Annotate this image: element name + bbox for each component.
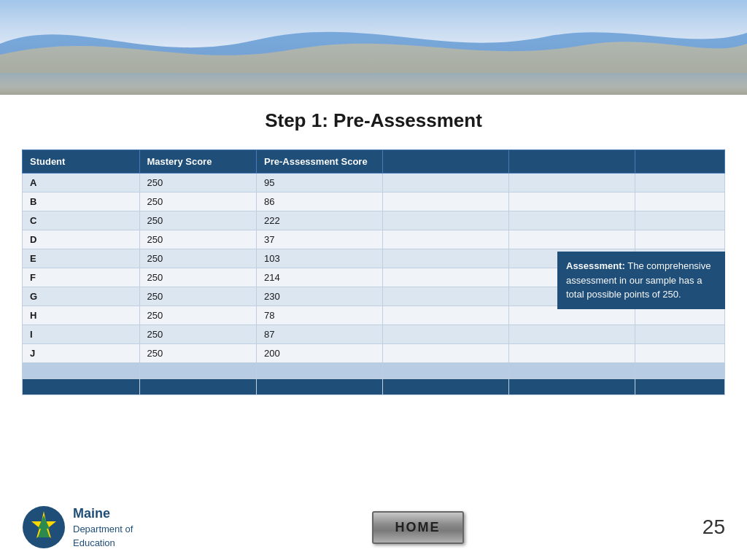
maine-label: Maine (73, 505, 133, 523)
extra3-a (635, 174, 724, 192)
student-j: J (23, 344, 140, 363)
student-i: I (23, 325, 140, 344)
maine-logo-area: Maine Department of Education (22, 505, 133, 550)
table-row: I 250 87 (23, 325, 725, 344)
mastery-e: 250 (139, 249, 257, 268)
col-header-mastery: Mastery Score (139, 150, 257, 174)
table-row: D 250 37 (23, 230, 725, 249)
pre-d: 37 (257, 230, 383, 249)
extra2-a (508, 174, 635, 192)
mastery-i: 250 (139, 325, 257, 344)
student-f: F (23, 268, 140, 287)
extra3-j (635, 344, 724, 363)
footer: Maine Department of Education HOME 25 (0, 494, 747, 560)
svg-rect-1 (0, 73, 747, 95)
col-header-student: Student (23, 150, 140, 174)
mastery-a: 250 (139, 174, 257, 192)
header-wave (0, 0, 747, 95)
pre-g: 230 (257, 287, 383, 306)
pre-j: 200 (257, 344, 383, 363)
pre-h: 78 (257, 306, 383, 325)
extra2-d (508, 230, 635, 249)
student-b: B (23, 192, 140, 211)
extra1-j (382, 344, 508, 363)
pre-f: 214 (257, 268, 383, 287)
student-h: H (23, 306, 140, 325)
maine-logo-text: Maine Department of Education (73, 505, 133, 550)
col-header-4 (382, 150, 508, 174)
mastery-c: 250 (139, 211, 257, 230)
col-header-5 (508, 150, 635, 174)
student-e: E (23, 249, 140, 268)
student-d: D (23, 230, 140, 249)
student-c: C (23, 211, 140, 230)
table-row-empty2 (23, 379, 725, 395)
table-row: C 250 222 (23, 211, 725, 230)
pre-a: 95 (257, 174, 383, 192)
pre-i: 87 (257, 325, 383, 344)
mastery-f: 250 (139, 268, 257, 287)
mastery-g: 250 (139, 287, 257, 306)
mastery-j: 250 (139, 344, 257, 363)
mastery-d: 250 (139, 230, 257, 249)
mastery-b: 250 (139, 192, 257, 211)
home-button[interactable]: HOME (372, 511, 464, 544)
page-number: 25 (703, 516, 725, 539)
assessment-callout: Assessment: The comprehensive assessment… (557, 252, 725, 309)
extra1-a (382, 174, 508, 192)
extra1-g (382, 287, 508, 306)
table-header-row: Student Mastery Score Pre-Assessment Sco… (23, 150, 725, 174)
table-row: J 250 200 (23, 344, 725, 363)
extra1-d (382, 230, 508, 249)
extra2-c (508, 211, 635, 230)
col-header-6 (635, 150, 724, 174)
extra3-c (635, 211, 724, 230)
extra1-b (382, 192, 508, 211)
page-title: Step 1: Pre-Assessment (0, 109, 747, 132)
dept-label: Department of (73, 523, 133, 536)
table-row: A 250 95 (23, 174, 725, 192)
extra3-i (635, 325, 724, 344)
mastery-h: 250 (139, 306, 257, 325)
extra2-b (508, 192, 635, 211)
extra3-b (635, 192, 724, 211)
col-header-pre: Pre-Assessment Score (257, 150, 383, 174)
student-g: G (23, 287, 140, 306)
extra1-h (382, 306, 508, 325)
extra2-j (508, 344, 635, 363)
pre-b: 86 (257, 192, 383, 211)
extra3-d (635, 230, 724, 249)
extra1-c (382, 211, 508, 230)
pre-e: 103 (257, 249, 383, 268)
extra1-e (382, 249, 508, 268)
table-row-empty1 (23, 363, 725, 379)
extra1-f (382, 268, 508, 287)
callout-bold-text: Assessment: (566, 260, 625, 271)
maine-logo-icon (22, 505, 66, 549)
extra1-i (382, 325, 508, 344)
table-row: B 250 86 (23, 192, 725, 211)
extra2-i (508, 325, 635, 344)
edu-label: Education (73, 537, 133, 550)
pre-c: 222 (257, 211, 383, 230)
student-a: A (23, 174, 140, 192)
